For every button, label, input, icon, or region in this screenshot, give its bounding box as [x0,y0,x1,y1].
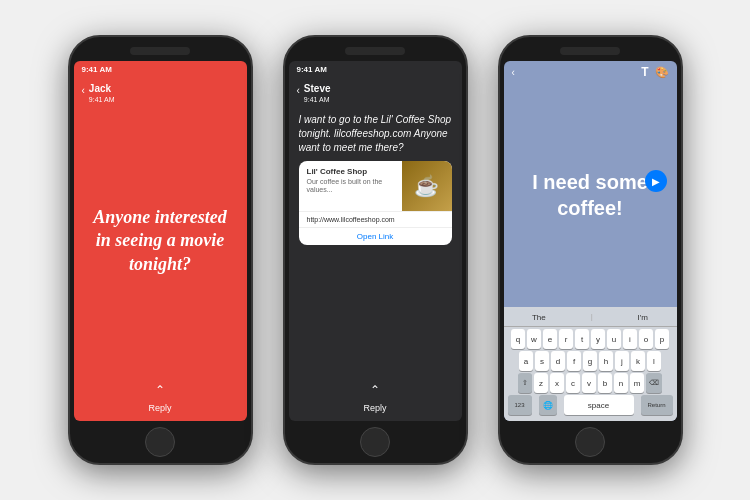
autocomplete-divider-1: | [591,312,593,323]
keyboard-row-2: a s d f g h j k l [506,351,675,371]
key-v[interactable]: v [582,373,596,393]
phone2-home-button[interactable] [360,427,390,457]
phone-1: 9:41 AM ‹ Jack 9:41 AM Anyone interested… [68,35,253,465]
phone1-nav-time: 9:41 AM [89,96,115,103]
phone3-message-display: I need some coffee! [504,83,677,307]
phone1-reply-bar[interactable]: ⌃ Reply [74,377,247,421]
phone3-top-bar: ‹ T 🎨 [504,61,677,83]
link-preview-text-area: Lil' Coffee Shop Our coffee is built on … [299,161,402,211]
keyboard-rows: q w e r t y u i o p a s d f g h [504,327,677,419]
key-x[interactable]: x [550,373,564,393]
link-preview-card[interactable]: Lil' Coffee Shop Our coffee is built on … [299,161,452,245]
key-n[interactable]: n [614,373,628,393]
key-r[interactable]: r [559,329,573,349]
phone2-reply-icon: ⌃ [295,383,456,397]
phone3-message-text: I need some coffee! [520,169,661,221]
key-k[interactable]: k [631,351,645,371]
phone-2: 9:41 AM ‹ Steve 9:41 AM I want to go to … [283,35,468,465]
autocomplete-item-2[interactable]: I'm [634,312,652,323]
phone2-message-area: I want to go to the Lil' Coffee Shop ton… [289,105,462,377]
phone1-home-button[interactable] [145,427,175,457]
link-preview-desc: Our coffee is built on the values... [307,178,394,195]
key-z[interactable]: z [534,373,548,393]
phone2-reply-bar[interactable]: ⌃ Reply [289,377,462,421]
send-button[interactable]: ▶ [645,170,667,192]
key-t[interactable]: t [575,329,589,349]
key-h[interactable]: h [599,351,613,371]
phone1-reply-icon: ⌃ [80,383,241,397]
phone2-contact-name: Steve [304,83,331,94]
keyboard-row-4: 123 🌐 space Return [506,395,675,415]
phone1-status-bar: 9:41 AM [74,61,247,76]
phone1-contact-name: Jack [89,83,111,94]
phone1-screen: 9:41 AM ‹ Jack 9:41 AM Anyone interested… [74,61,247,421]
keyboard-area: The | I'm q w e r t y u i o p a [504,307,677,421]
link-preview-image [402,161,452,211]
link-preview-title: Lil' Coffee Shop [307,167,394,176]
phone1-back-icon[interactable]: ‹ [82,85,85,96]
link-preview-inner: Lil' Coffee Shop Our coffee is built on … [299,161,452,211]
phone2-back-icon[interactable]: ‹ [297,85,300,96]
key-s[interactable]: s [535,351,549,371]
key-c[interactable]: c [566,373,580,393]
phone1-message-text: Anyone interested in seeing a movie toni… [90,206,231,276]
phone3-screen: ‹ T 🎨 I need some coffee! ▶ The | I'm q … [504,61,677,421]
key-f[interactable]: f [567,351,581,371]
phone2-time: 9:41 AM [297,65,327,74]
phone1-reply-label: Reply [148,403,171,413]
keyboard-row-3: ⇧ z x c v b n m ⌫ [506,373,675,393]
key-emoji[interactable]: 🌐 [539,395,557,415]
key-u[interactable]: u [607,329,621,349]
key-i[interactable]: i [623,329,637,349]
autocomplete-bar: The | I'm [504,309,677,327]
key-shift[interactable]: ⇧ [518,373,532,393]
key-e[interactable]: e [543,329,557,349]
phone1-nav: ‹ Jack 9:41 AM [74,76,247,105]
autocomplete-item-1[interactable]: The [528,312,550,323]
phone-3: ‹ T 🎨 I need some coffee! ▶ The | I'm q … [498,35,683,465]
key-m[interactable]: m [630,373,644,393]
phone2-message-text: I want to go to the Lil' Coffee Shop ton… [299,113,452,155]
phone1-time: 9:41 AM [82,65,112,74]
key-l[interactable]: l [647,351,661,371]
link-preview-open-link[interactable]: Open Link [299,227,452,245]
phone2-screen: 9:41 AM ‹ Steve 9:41 AM I want to go to … [289,61,462,421]
key-delete[interactable]: ⌫ [646,373,662,393]
phone3-top-icons: T 🎨 [641,65,668,79]
key-w[interactable]: w [527,329,541,349]
key-g[interactable]: g [583,351,597,371]
phone2-nav: ‹ Steve 9:41 AM [289,76,462,105]
phone3-back-icon[interactable]: ‹ [512,67,515,78]
phone2-nav-time: 9:41 AM [304,96,331,103]
key-b[interactable]: b [598,373,612,393]
link-preview-url: http://www.lilcoffeeshop.com [299,211,452,227]
phone2-status-bar: 9:41 AM [289,61,462,76]
phone1-message-area: Anyone interested in seeing a movie toni… [74,105,247,377]
keyboard-row-1: q w e r t y u i o p [506,329,675,349]
key-j[interactable]: j [615,351,629,371]
key-y[interactable]: y [591,329,605,349]
palette-icon[interactable]: 🎨 [655,66,669,79]
key-a[interactable]: a [519,351,533,371]
phone2-reply-label: Reply [363,403,386,413]
phone3-home-button[interactable] [575,427,605,457]
key-return[interactable]: Return [641,395,673,415]
key-d[interactable]: d [551,351,565,371]
key-space[interactable]: space [564,395,634,415]
key-q[interactable]: q [511,329,525,349]
key-123[interactable]: 123 [508,395,532,415]
text-format-icon[interactable]: T [641,65,648,79]
key-o[interactable]: o [639,329,653,349]
key-p[interactable]: p [655,329,669,349]
